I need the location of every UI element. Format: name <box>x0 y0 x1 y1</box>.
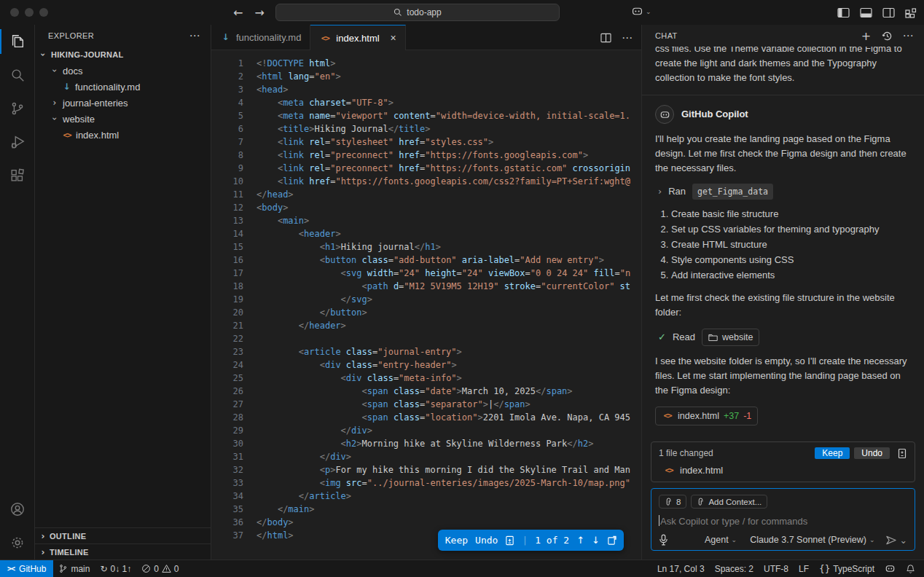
read-target-chip[interactable]: website <box>702 329 759 346</box>
eol-indicator[interactable]: LF <box>794 560 814 577</box>
notifications-bell[interactable] <box>901 560 924 577</box>
branch-indicator[interactable]: main <box>53 560 95 577</box>
remote-indicator[interactable]: >< GitHub <box>0 560 53 577</box>
code-line[interactable]: 21 </header> <box>211 321 641 334</box>
code-line[interactable]: 22 <box>211 334 641 347</box>
undo-all-button[interactable]: Undo <box>854 447 890 459</box>
changed-file-chip[interactable]: <> index.html +37 -1 <box>655 407 758 425</box>
code-line[interactable]: 18 <path d="M12 5V19M5 12H19" stroke="cu… <box>211 281 641 294</box>
code-line[interactable]: 31 </div> <box>211 452 641 465</box>
language-mode-indicator[interactable]: {} TypeScript <box>814 560 880 577</box>
minimize-window-button[interactable] <box>25 8 34 17</box>
code-line[interactable]: 35 </main> <box>211 504 641 517</box>
toggle-panel-button[interactable] <box>860 7 872 18</box>
code-line[interactable]: 15 <h1>Hiking journal</h1> <box>211 242 641 255</box>
back-button[interactable]: ← <box>233 6 243 20</box>
customize-layout-button[interactable] <box>905 7 917 18</box>
open-changes-icon[interactable] <box>607 535 616 546</box>
toggle-secondary-sidebar-button[interactable] <box>882 7 895 18</box>
tree-root-folder[interactable]: › HIKING-JOURNAL <box>35 47 211 63</box>
tree-item-journal-enteries[interactable]: ›journal-enteries <box>35 95 211 111</box>
code-line[interactable]: 24 <div class="entry-header"> <box>211 360 641 373</box>
new-chat-button[interactable]: + <box>861 29 872 43</box>
code-line[interactable]: 6 <title>Hiking Journal</title> <box>211 124 641 137</box>
close-tab-icon[interactable]: × <box>391 32 396 44</box>
code-line[interactable]: 4 <meta charset="UTF-8"> <box>211 98 641 111</box>
code-line[interactable]: 16 <button class="add-button" aria-label… <box>211 255 641 268</box>
send-icon[interactable] <box>885 535 897 546</box>
settings-activity-icon[interactable] <box>0 526 34 560</box>
split-editor-button[interactable] <box>600 33 611 43</box>
code-line[interactable]: 26 <span class="date">March 10, 2025</sp… <box>211 386 641 399</box>
code-line[interactable]: 7 <link rel="stylesheet" href="styles.cs… <box>211 137 641 150</box>
code-editor[interactable]: 1<!DOCTYPE html>2<html lang="en">3<head>… <box>211 50 641 560</box>
editor-more-actions-button[interactable]: ⋯ <box>622 34 633 42</box>
timeline-section-header[interactable]: › TIMELINE <box>35 543 211 560</box>
chat-history-button[interactable] <box>882 31 893 42</box>
code-line[interactable]: 17 <svg width="24" height="24" viewBox="… <box>211 268 641 281</box>
tab-index-html[interactable]: <> index.html × <box>310 25 405 50</box>
previous-change-button[interactable]: ↑ <box>576 535 584 546</box>
code-line[interactable]: 8 <link rel="preconnect" href="https://f… <box>211 150 641 163</box>
accounts-activity-icon[interactable] <box>0 492 34 526</box>
changed-file-row[interactable]: <> index.html <box>659 465 907 476</box>
toggle-primary-sidebar-button[interactable] <box>837 7 850 18</box>
code-line[interactable]: 14 <header> <box>211 229 641 242</box>
code-line[interactable]: 27 <span class="separator">|</span> <box>211 399 641 412</box>
code-line[interactable]: 13 <main> <box>211 216 641 229</box>
code-line[interactable]: 28 <span class="location">2201 Imola Ave… <box>211 412 641 425</box>
code-line[interactable]: 23 <article class="journal-entry"> <box>211 347 641 360</box>
explorer-more-actions-button[interactable]: ⋯ <box>189 32 200 39</box>
tab-functionality-md[interactable]: ↓ functionality.md <box>211 25 310 50</box>
code-line[interactable]: 11</head> <box>211 189 641 203</box>
outline-section-header[interactable]: › OUTLINE <box>35 527 211 543</box>
code-line[interactable]: 36</body> <box>211 517 641 530</box>
model-picker[interactable]: Claude 3.7 Sonnet (Preview) ⌄ <box>750 535 874 545</box>
code-line[interactable]: 29 </div> <box>211 425 641 439</box>
code-line[interactable]: 20 </button> <box>211 307 641 321</box>
read-tool-row[interactable]: ✓ Read website <box>655 329 909 346</box>
microphone-icon[interactable] <box>659 534 668 546</box>
code-line[interactable]: 2<html lang="en"> <box>211 71 641 85</box>
tree-item-index-html[interactable]: <>index.html <box>35 127 211 143</box>
source-control-activity-icon[interactable] <box>0 92 34 125</box>
tree-item-docs[interactable]: ›docs <box>35 63 211 79</box>
run-debug-activity-icon[interactable] <box>0 125 34 159</box>
code-line[interactable]: 9 <link rel="preconnect" href="https://f… <box>211 163 641 176</box>
code-line[interactable]: 33 <img src="../journal-enteries/images/… <box>211 478 641 491</box>
keep-all-button[interactable]: Keep <box>815 447 850 459</box>
toggle-diff-icon[interactable] <box>505 535 514 546</box>
code-line[interactable]: 25 <div class="meta-info"> <box>211 373 641 386</box>
tree-item-website[interactable]: ›website <box>35 111 211 127</box>
chat-more-actions-button[interactable]: ⋯ <box>903 32 914 39</box>
copilot-menu[interactable]: ⌄ <box>631 5 651 17</box>
extensions-activity-icon[interactable] <box>0 159 34 192</box>
tree-item-functionality-md[interactable]: ↓functionality.md <box>35 79 211 95</box>
code-line[interactable]: 34 </article> <box>211 491 641 504</box>
forward-button[interactable]: → <box>254 6 264 20</box>
indentation-indicator[interactable]: Spaces: 2 <box>710 560 759 577</box>
view-diff-icon[interactable] <box>897 448 907 459</box>
code-line[interactable]: 19 </svg> <box>211 294 641 307</box>
close-window-button[interactable] <box>10 8 19 17</box>
code-line[interactable]: 30 <h2>Morning hike at Skyline Wildernes… <box>211 439 641 452</box>
chat-input-box[interactable]: 8 Add Context... Agent ⌄ <box>651 488 915 551</box>
explorer-activity-icon[interactable] <box>0 25 34 58</box>
code-line[interactable]: 10 <link href="https://fonts.googleapis.… <box>211 176 641 189</box>
next-change-button[interactable]: ↓ <box>592 535 600 546</box>
command-center-search[interactable]: todo-app <box>275 4 560 21</box>
code-line[interactable]: 12<body> <box>211 203 641 216</box>
code-line[interactable]: 3<head> <box>211 85 641 98</box>
chat-prompt-input[interactable] <box>659 516 907 527</box>
encoding-indicator[interactable]: UTF-8 <box>759 560 794 577</box>
sync-indicator[interactable]: ↻ 0↓ 1↑ <box>95 560 136 577</box>
code-line[interactable]: 5 <meta name="viewport" content="width=d… <box>211 111 641 124</box>
cursor-position[interactable]: Ln 17, Col 3 <box>652 560 710 577</box>
copilot-status[interactable] <box>880 560 901 577</box>
attachments-chip[interactable]: 8 <box>659 495 686 509</box>
code-line[interactable]: 32 <p>For my hike this morning I did the… <box>211 465 641 478</box>
zoom-window-button[interactable] <box>39 8 48 17</box>
undo-button[interactable]: Undo <box>475 535 498 546</box>
mode-picker[interactable]: Agent ⌄ <box>705 535 737 545</box>
problems-indicator[interactable]: 0 0 <box>136 560 184 577</box>
